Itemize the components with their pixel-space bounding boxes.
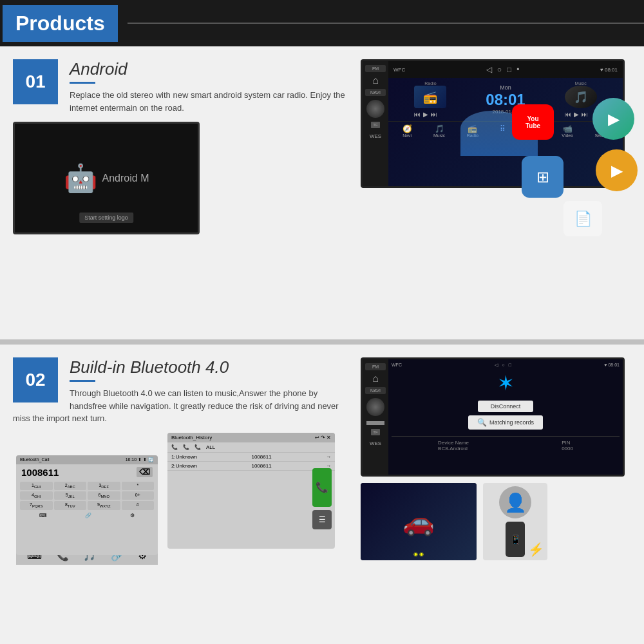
key-8[interactable]: 8TUV <box>54 501 87 509</box>
key-star[interactable]: * <box>122 482 155 490</box>
bt-home[interactable]: ○ <box>502 363 504 368</box>
bt-call-time: 16:10 ⬆ ⬆ 🔄 <box>126 457 154 462</box>
bt-buttons-area: DisConnect 🔍 Matching records <box>392 401 620 430</box>
bt-all-icon: ALL <box>206 444 215 450</box>
bt-accept-button[interactable]: 📞 <box>312 468 332 507</box>
bt-back[interactable]: ◁ <box>495 363 498 368</box>
right-light: ◉ <box>419 551 424 557</box>
bt-caller1: 1:Unknown <box>171 454 197 460</box>
back-button[interactable]: ◁ <box>486 65 492 74</box>
music-label: Music <box>565 81 597 86</box>
bt-screen-content: WFC ◁ ○ □ ♥ 08:01 ✶ DisConnect <box>388 359 623 475</box>
bt-call-number-row: 1008611 ⌫ <box>16 464 158 480</box>
bottom-music[interactable]: 🎵Music <box>433 124 445 138</box>
bt-wfc-label: WFC <box>392 363 402 368</box>
key-6[interactable]: 6MNO <box>88 491 120 500</box>
stereo-screen: WFC ◁ ○ □ • ♥ 08:01 <box>388 61 623 186</box>
recents-button[interactable]: □ <box>507 65 511 74</box>
bt-menu-button[interactable]: ☰ <box>312 510 332 529</box>
radio-wave-icon: 📻 <box>423 90 437 104</box>
bt-call-title: Bluetooth_Call <box>20 457 50 462</box>
key-2[interactable]: 2ABC <box>54 482 87 490</box>
radio-label: Radio <box>414 81 446 86</box>
volume-knob[interactable] <box>366 100 384 118</box>
key-1[interactable]: 1GHI <box>20 482 53 490</box>
music-next-icon[interactable]: ⏭ <box>582 111 588 118</box>
bt-call-bottom-icons: ⌨ 🔗 ⚙ <box>16 511 158 520</box>
key-7[interactable]: 7PQRS <box>20 501 53 509</box>
music-controls: ⏮ ▶ ⏭ <box>565 111 597 118</box>
bt-call2-icon: 📞 <box>183 444 189 450</box>
android-nav-buttons: ◁ ○ □ • <box>484 63 522 76</box>
bt-device-info: Device Name BC8-Android PIN 0000 <box>392 436 620 451</box>
bt-screen-topbar: WFC ◁ ○ □ ♥ 08:01 <box>392 363 620 368</box>
bottom-setting[interactable]: ⚙Setting <box>594 124 609 138</box>
driving-lights: ◉ ◉ <box>364 551 473 557</box>
music-disc: 🎵 <box>565 86 597 108</box>
bottom-radio[interactable]: 📻Radio <box>467 124 478 138</box>
driving-image: 🚗 ◉ ◉ <box>361 483 477 560</box>
fm-button[interactable]: FM <box>365 65 386 72</box>
main-display: Radio 📻 ⏮ ▶ ⏭ <box>388 78 623 121</box>
phone-device-icon: 📱 <box>506 522 525 557</box>
home-button[interactable]: ○ <box>497 65 502 74</box>
section2-right: FM ⌂ NAVI TF WES WFC ◁ ○ <box>361 357 631 562</box>
driving-bg: 🚗 <box>361 483 477 560</box>
android-robot-icon: 🤖 <box>64 162 97 194</box>
bottom-phone[interactable]: 📞Phone <box>527 124 540 138</box>
bt-time-label: ♥ 08:01 <box>604 363 620 368</box>
next-icon[interactable]: ⏭ <box>431 111 437 118</box>
section1-content: 01 Android Replace the old stereo with n… <box>13 59 631 234</box>
document-app-icon: 📄 <box>564 201 602 236</box>
dot-button[interactable]: • <box>516 65 519 74</box>
radio-visual: 📻 <box>414 86 446 108</box>
bt-delete-button[interactable]: ⌫ <box>137 467 153 477</box>
key-4[interactable]: 4GHI <box>20 491 53 500</box>
matching-label: Matching records <box>489 419 534 426</box>
bt-settings-icon[interactable]: ⚙ <box>130 513 135 518</box>
bt-history-row2: 2:Unknown 1008611 → <box>167 462 335 471</box>
music-play-icon[interactable]: ▶ <box>574 111 579 118</box>
key-9[interactable]: 9WXYZ <box>88 501 120 509</box>
matching-button[interactable]: 🔍 Matching records <box>468 415 543 430</box>
bt-num1: 1008611 <box>251 454 271 460</box>
music-section: Music 🎵 ⏮ ▶ ⏭ <box>565 81 597 118</box>
android-ui: WFC ◁ ○ □ • ♥ 08:01 <box>388 61 623 186</box>
person-avatar: 👤 <box>499 486 531 518</box>
bt-call-number: 1008611 <box>21 467 59 478</box>
bt-volume-knob[interactable] <box>366 398 384 416</box>
bt-recents[interactable]: □ <box>509 363 511 368</box>
bottom-icons-bar: 🧭Navi 🎵Music 📻Radio ⠿ 📞Phone 📹Video ⚙Set… <box>388 121 623 140</box>
android-start-button: Start setting logo <box>79 213 133 223</box>
device-name-label: Device Name <box>438 440 469 446</box>
play-icon[interactable]: ▶ <box>423 111 428 118</box>
radio-section: Radio 📻 ⏮ ▶ ⏭ <box>414 81 446 118</box>
feature1-title: Android <box>13 59 348 79</box>
bottom-apps[interactable]: ⠿ <box>500 124 506 138</box>
phone-image: 👤 📱 ⚡ <box>483 483 547 560</box>
topbar-left: WFC <box>393 67 405 73</box>
bottom-navi[interactable]: 🧭Navi <box>402 124 412 138</box>
feature2-underline <box>70 380 95 382</box>
prev-icon[interactable]: ⏮ <box>414 111 421 118</box>
bt-keypad: 1GHI 2ABC 3DEF * 4GHI 5JKL 6MNO 0+ 7PQRS… <box>16 480 158 511</box>
stereo-unit: FM ⌂ NAVI TF WES WFC ◁ <box>361 59 625 188</box>
bottom-video[interactable]: 📹Video <box>562 124 573 138</box>
key-3[interactable]: 3DEF <box>88 482 120 490</box>
bluetooth-symbol-icon: ⚡ <box>528 542 544 557</box>
bt-navi-button[interactable]: NAVI <box>365 387 386 394</box>
music-prev-icon[interactable]: ⏮ <box>565 111 571 118</box>
disconnect-button[interactable]: DisConnect <box>478 401 534 412</box>
key-hash[interactable]: # <box>122 501 155 509</box>
bt-link-icon: 🔗 <box>85 513 91 518</box>
key-0[interactable]: 0+ <box>122 491 155 500</box>
clock-section: Mon 08:01 2018-01-01 <box>486 84 525 115</box>
navi-button[interactable]: NAVI <box>365 89 386 96</box>
bt-history-title: Bluetooth_History <box>171 435 212 440</box>
bt-nav-buttons: ◁ ○ □ <box>495 363 511 368</box>
bt-call-window: Bluetooth_Call 16:10 ⬆ ⬆ 🔄 1008611 ⌫ 1GH… <box>16 455 158 555</box>
key-5[interactable]: 5JKL <box>54 491 87 500</box>
bt-fm-button[interactable]: FM <box>365 363 386 370</box>
pin-label: PIN <box>562 440 573 446</box>
section1-right: FM ⌂ NAVI TF WES WFC ◁ <box>361 59 631 234</box>
